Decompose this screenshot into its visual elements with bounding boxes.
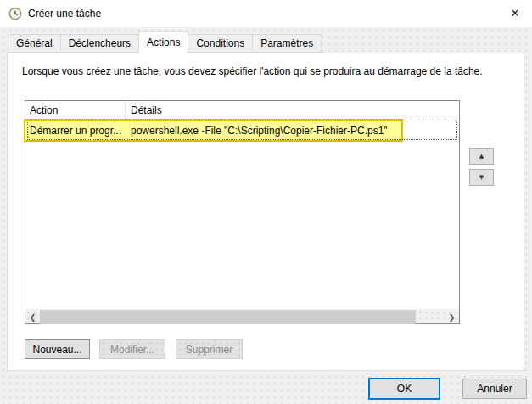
page-description: Lorsque vous créez une tâche, vous devez… [22,65,497,77]
tab-strip: Général Déclencheurs Actions Conditions … [8,31,321,53]
column-header-action[interactable]: Action [25,101,126,120]
row-action-cell: Démarrer un progr... [25,125,126,137]
delete-button[interactable]: Supprimer [176,339,243,359]
tab-conditions[interactable]: Conditions [188,34,253,53]
move-up-button[interactable]: ▲ [469,148,494,165]
horizontal-scrollbar[interactable]: ❮ ❯ [25,309,459,323]
create-task-dialog: { "window": { "title": "Créer une tâche"… [0,0,532,404]
edit-button[interactable]: Modifier... [99,339,165,359]
column-header-details[interactable]: Détails [126,104,162,116]
ok-button[interactable]: OK [368,378,440,400]
dialog-body: Général Déclencheurs Actions Conditions … [0,27,532,404]
actions-tab-page: Lorsque vous créez une tâche, vous devez… [7,53,524,371]
close-icon[interactable]: ✕ [498,0,532,25]
chevron-down-icon: ▼ [479,174,484,181]
tab-parametres[interactable]: Paramètres [252,34,322,53]
list-header: Action Détails [25,101,459,120]
table-row[interactable]: Démarrer un progr... powershell.exe -Fil… [25,120,459,141]
tab-general[interactable]: Général [8,34,61,53]
tab-declencheurs[interactable]: Déclencheurs [60,34,139,53]
move-down-button[interactable]: ▼ [469,169,494,186]
tab-actions[interactable]: Actions [138,31,188,53]
window-title: Créer une tâche [28,8,101,20]
actions-list[interactable]: Action Détails Démarrer un progr... powe… [25,100,460,324]
scroll-left-icon[interactable]: ❮ [25,310,40,324]
new-button[interactable]: Nouveau... [25,339,90,359]
scrollbar-thumb[interactable] [40,310,416,324]
task-scheduler-clock-icon [8,7,22,20]
row-details-cell: powershell.exe -File "C:\Scripting\Copie… [126,125,388,137]
cancel-button[interactable]: Annuler [462,379,527,399]
chevron-up-icon: ▲ [479,153,484,160]
scroll-right-icon[interactable]: ❯ [445,310,459,324]
title-bar: Créer une tâche ✕ [0,0,532,27]
